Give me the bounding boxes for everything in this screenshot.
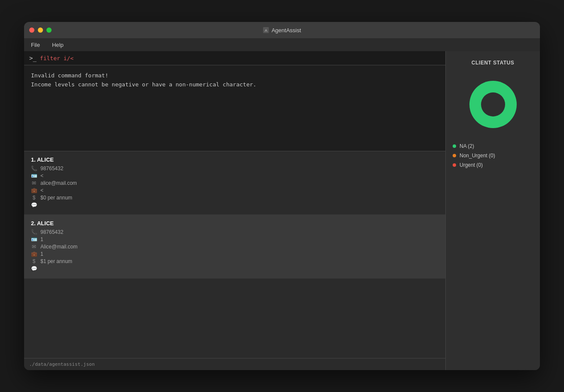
legend-label-na: NA (2) [460, 143, 474, 149]
client-comment-row-1: 💬 [31, 202, 438, 208]
chart-legend: NA (2) Non_Urgent (0) Urgent (0) [453, 143, 533, 168]
client-category-row-2: 💼 1 [31, 251, 438, 257]
svg-point-3 [481, 92, 505, 116]
maximize-button[interactable] [46, 28, 52, 33]
output-area: Invalid command format! Income levels ca… [24, 65, 445, 151]
output-line-2: Income levels cannot be negative or have… [31, 80, 438, 89]
client-phone-1: 98765432 [40, 165, 63, 172]
client-email-1: alice@mail.com [40, 180, 77, 186]
client-phone-row-1: 📞 98765432 [31, 165, 438, 172]
client-income-1: $0 per annum [40, 195, 72, 201]
legend-label-non-urgent: Non_Urgent (0) [460, 153, 495, 159]
client-list: 1. ALICE 📞 98765432 🪪 < ✉ alice@mail.com [24, 151, 445, 358]
comment-icon-2: 💬 [31, 266, 37, 272]
client-income-2: $1 per annum [40, 258, 72, 264]
client-email-row-2: ✉ Alice@mail.com [31, 244, 438, 250]
client-name-2: 2. ALICE [31, 220, 438, 227]
legend-dot-urgent [453, 163, 456, 167]
window-title: A AgentAssist [263, 27, 301, 34]
comment-icon-1: 💬 [31, 202, 37, 208]
email-icon-1: ✉ [31, 180, 37, 186]
panel-title: CLIENT STATUS [472, 60, 514, 66]
id-icon-1: 🪪 [31, 173, 37, 179]
legend-dot-na [453, 144, 456, 148]
client-id-2: 1 [40, 236, 43, 242]
client-phone-row-2: 📞 98765432 [31, 229, 438, 235]
income-icon-2: $ [31, 258, 37, 264]
legend-item-na: NA (2) [453, 143, 533, 149]
main-content: >_ filter i/< Invalid command format! In… [24, 51, 540, 370]
category-icon-2: 💼 [31, 251, 37, 257]
client-comment-row-2: 💬 [31, 266, 438, 272]
app-icon: A [263, 27, 269, 33]
client-category-1: < [40, 187, 43, 193]
title-bar: A AgentAssist [24, 22, 540, 38]
menu-bar: File Help [24, 38, 540, 51]
command-input[interactable]: filter i/< [40, 55, 440, 61]
legend-label-urgent: Urgent (0) [460, 162, 483, 168]
client-income-row-1: $ $0 per annum [31, 195, 438, 201]
client-category-2: 1 [40, 251, 43, 257]
email-icon-2: ✉ [31, 244, 37, 250]
prompt-icon: >_ [29, 55, 37, 61]
legend-item-urgent: Urgent (0) [453, 162, 533, 168]
phone-icon-2: 📞 [31, 229, 37, 235]
client-phone-2: 98765432 [40, 229, 63, 235]
svg-text:A: A [265, 28, 267, 33]
income-icon-1: $ [31, 195, 37, 201]
client-income-row-2: $ $1 per annum [31, 258, 438, 264]
donut-chart [463, 74, 523, 135]
app-window: A AgentAssist File Help >_ filter i/< In… [24, 22, 540, 370]
right-panel: CLIENT STATUS NA (2) Non_Urgent (0) [445, 51, 540, 370]
donut-svg [463, 74, 523, 135]
legend-item-non-urgent: Non_Urgent (0) [453, 153, 533, 159]
client-name-1: 1. ALICE [31, 156, 438, 163]
command-bar[interactable]: >_ filter i/< [24, 51, 445, 65]
client-category-row-1: 💼 < [31, 187, 438, 193]
client-id-row-1: 🪪 < [31, 173, 438, 179]
client-email-2: Alice@mail.com [40, 244, 77, 250]
client-card-1[interactable]: 1. ALICE 📞 98765432 🪪 < ✉ alice@mail.com [24, 151, 445, 215]
menu-file[interactable]: File [28, 41, 43, 49]
traffic-lights [29, 28, 52, 33]
menu-help[interactable]: Help [49, 41, 66, 49]
client-id-1: < [40, 173, 43, 179]
status-path: ./data/agentassist.json [29, 361, 95, 367]
left-panel: >_ filter i/< Invalid command format! In… [24, 51, 445, 370]
category-icon-1: 💼 [31, 187, 37, 193]
legend-dot-non-urgent [453, 154, 456, 157]
phone-icon-1: 📞 [31, 165, 37, 172]
minimize-button[interactable] [38, 28, 43, 33]
close-button[interactable] [29, 28, 34, 33]
output-line-1: Invalid command format! [31, 71, 438, 80]
client-email-row-1: ✉ alice@mail.com [31, 180, 438, 186]
status-bar: ./data/agentassist.json [24, 358, 445, 370]
client-card-2[interactable]: 2. ALICE 📞 98765432 🪪 1 ✉ Alice@mail.com [24, 215, 445, 279]
id-icon-2: 🪪 [31, 236, 37, 242]
client-id-row-2: 🪪 1 [31, 236, 438, 242]
